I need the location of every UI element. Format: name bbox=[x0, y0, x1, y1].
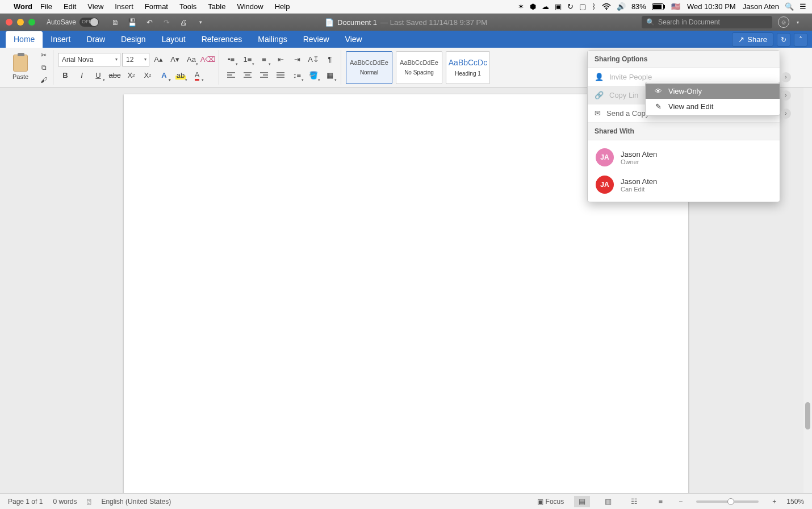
align-left-icon[interactable] bbox=[224, 69, 238, 82]
change-case-icon[interactable]: Aa▾ bbox=[184, 53, 199, 66]
spellcheck-icon[interactable]: ⍰ bbox=[87, 498, 91, 506]
copy-icon[interactable]: ⧉ bbox=[38, 62, 49, 73]
tab-mailings[interactable]: Mailings bbox=[250, 31, 295, 48]
qat-save-icon[interactable]: 💾 bbox=[125, 16, 139, 28]
view-only-item[interactable]: 👁 View-Only bbox=[646, 84, 780, 99]
zoom-level[interactable]: 150% bbox=[786, 498, 804, 506]
qat-home-icon[interactable]: 🗎 bbox=[108, 16, 122, 28]
share-button[interactable]: ↗ Share bbox=[732, 32, 773, 47]
evernote-icon[interactable]: ✶ bbox=[518, 2, 524, 11]
font-color-icon[interactable]: A▾ bbox=[190, 69, 204, 82]
numbering-icon[interactable]: 1≡▾ bbox=[240, 53, 255, 66]
clock[interactable]: Wed 10:30 PM bbox=[687, 2, 736, 11]
superscript-button[interactable]: X2 bbox=[140, 69, 155, 82]
word-count[interactable]: 0 words bbox=[53, 498, 77, 506]
fullscreen-window-button[interactable] bbox=[28, 19, 35, 26]
close-window-button[interactable] bbox=[6, 19, 12, 26]
italic-button[interactable]: I bbox=[74, 69, 89, 82]
feedback-icon[interactable]: ☺ bbox=[778, 16, 789, 28]
shared-person[interactable]: JA Jason Aten Owner bbox=[588, 144, 780, 171]
qat-undo-icon[interactable]: ↶ bbox=[143, 16, 156, 28]
menu-insert[interactable]: Insert bbox=[115, 2, 133, 11]
language-indicator[interactable]: English (United States) bbox=[101, 498, 171, 506]
show-marks-icon[interactable]: ¶ bbox=[323, 53, 337, 66]
paste-icon[interactable] bbox=[13, 55, 28, 72]
style-heading1[interactable]: AaBbCcDc Heading 1 bbox=[446, 51, 490, 84]
format-painter-icon[interactable]: 🖌 bbox=[38, 75, 49, 85]
tab-references[interactable]: References bbox=[194, 31, 250, 48]
zoom-slider[interactable] bbox=[696, 500, 759, 503]
menu-file[interactable]: File bbox=[40, 2, 52, 11]
spotlight-icon[interactable]: 🔍 bbox=[785, 2, 794, 11]
menu-table[interactable]: Table bbox=[208, 2, 225, 11]
tab-view[interactable]: View bbox=[337, 31, 370, 48]
subscript-button[interactable]: X2 bbox=[124, 69, 139, 82]
borders-icon[interactable]: ▦▾ bbox=[323, 69, 337, 82]
font-size-select[interactable]: 12▾ bbox=[122, 53, 149, 66]
menu-help[interactable]: Help bbox=[275, 2, 290, 11]
style-normal[interactable]: AaBbCcDdEe Normal bbox=[346, 51, 392, 84]
align-right-icon[interactable] bbox=[257, 69, 271, 82]
style-no-spacing[interactable]: AaBbCcDdEe No Spacing bbox=[396, 51, 442, 84]
timemachine-icon[interactable]: ↻ bbox=[567, 2, 574, 11]
feedback-dropdown-icon[interactable]: ▾ bbox=[791, 16, 805, 28]
shrink-font-icon[interactable]: A▾ bbox=[168, 53, 182, 66]
align-center-icon[interactable] bbox=[240, 69, 255, 82]
outline-view-icon[interactable]: ☷ bbox=[626, 496, 642, 507]
qat-dropdown-icon[interactable]: ▾ bbox=[194, 16, 207, 28]
menu-window[interactable]: Window bbox=[237, 2, 263, 11]
zoom-in-button[interactable]: + bbox=[772, 498, 776, 506]
cut-icon[interactable]: ✂ bbox=[38, 50, 49, 60]
volume-icon[interactable]: 🔊 bbox=[617, 2, 626, 11]
menu-tools[interactable]: Tools bbox=[179, 2, 196, 11]
tab-insert[interactable]: Insert bbox=[43, 31, 78, 48]
focus-mode-button[interactable]: ▣Focus bbox=[537, 498, 564, 506]
multilevel-list-icon[interactable]: ≡▾ bbox=[257, 53, 271, 66]
notification-center-icon[interactable]: ☰ bbox=[800, 2, 806, 11]
scroll-thumb[interactable] bbox=[805, 402, 810, 429]
cloud-icon[interactable]: ☁ bbox=[542, 2, 549, 11]
autosave-toggle[interactable]: AutoSave OFF bbox=[47, 18, 99, 27]
search-input[interactable]: 🔍 Search in Document bbox=[642, 16, 772, 28]
history-icon[interactable]: ↻ bbox=[777, 33, 790, 47]
dropbox-icon[interactable]: ⬢ bbox=[530, 2, 536, 11]
web-layout-view-icon[interactable]: ▥ bbox=[600, 496, 616, 507]
menu-format[interactable]: Format bbox=[145, 2, 168, 11]
tab-review[interactable]: Review bbox=[295, 31, 337, 48]
tab-layout[interactable]: Layout bbox=[154, 31, 194, 48]
airplay-icon[interactable]: ▢ bbox=[579, 2, 586, 11]
sort-icon[interactable]: A↧ bbox=[306, 53, 321, 66]
tab-design[interactable]: Design bbox=[113, 31, 154, 48]
increase-indent-icon[interactable]: ⇥ bbox=[290, 53, 304, 66]
font-name-select[interactable]: Arial Nova▾ bbox=[58, 53, 120, 66]
line-spacing-icon[interactable]: ↕≡▾ bbox=[290, 69, 304, 82]
qat-redo-icon[interactable]: ↷ bbox=[160, 16, 173, 28]
text-effects-icon[interactable]: A▾ bbox=[157, 69, 171, 82]
clear-format-icon[interactable]: A⌫ bbox=[200, 53, 215, 66]
underline-button[interactable]: U▾ bbox=[91, 69, 106, 82]
shading-icon[interactable]: 🪣▾ bbox=[306, 69, 321, 82]
page-indicator[interactable]: Page 1 of 1 bbox=[8, 498, 43, 506]
minimize-window-button[interactable] bbox=[17, 19, 24, 26]
app-name[interactable]: Word bbox=[14, 2, 32, 11]
menu-edit[interactable]: Edit bbox=[64, 2, 76, 11]
grow-font-icon[interactable]: A▴ bbox=[151, 53, 166, 66]
justify-icon[interactable] bbox=[273, 69, 288, 82]
decrease-indent-icon[interactable]: ⇤ bbox=[273, 53, 288, 66]
zoom-out-button[interactable]: − bbox=[679, 498, 683, 506]
qat-print-icon[interactable]: 🖨 bbox=[177, 16, 190, 28]
shared-person[interactable]: JA Jason Aten Can Edit bbox=[588, 171, 780, 198]
collapse-ribbon-icon[interactable]: ˄ bbox=[794, 33, 807, 47]
battery-icon[interactable] bbox=[652, 3, 665, 10]
print-layout-view-icon[interactable]: ▤ bbox=[574, 496, 590, 507]
menu-view[interactable]: View bbox=[87, 2, 103, 11]
vertical-scrollbar[interactable] bbox=[803, 87, 812, 493]
strikethrough-button[interactable]: abc bbox=[107, 69, 122, 82]
tab-home[interactable]: Home bbox=[6, 31, 43, 48]
bluetooth-icon[interactable]: ᛒ bbox=[592, 2, 596, 11]
menubar-user[interactable]: Jason Aten bbox=[743, 2, 779, 11]
highlight-icon[interactable]: ab▾ bbox=[173, 69, 188, 82]
bold-button[interactable]: B bbox=[58, 69, 73, 82]
display-icon[interactable]: ▣ bbox=[555, 2, 562, 11]
flag-icon[interactable]: 🇺🇸 bbox=[671, 2, 680, 11]
